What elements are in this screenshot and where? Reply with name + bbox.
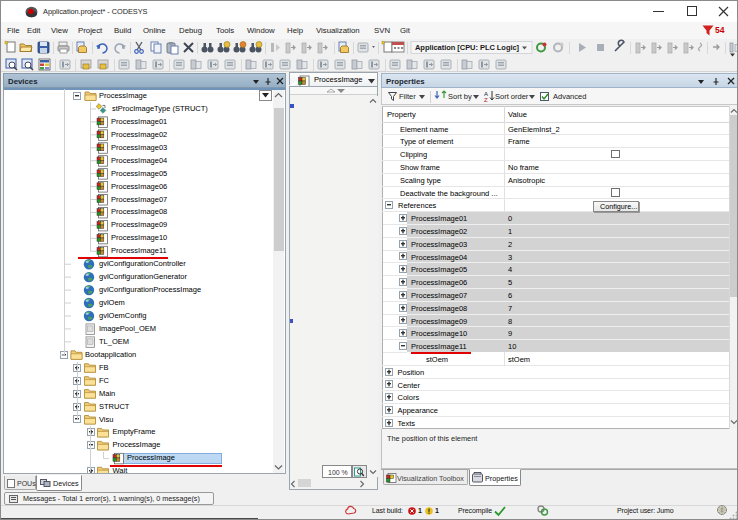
svg-text:Z: Z (484, 97, 488, 103)
